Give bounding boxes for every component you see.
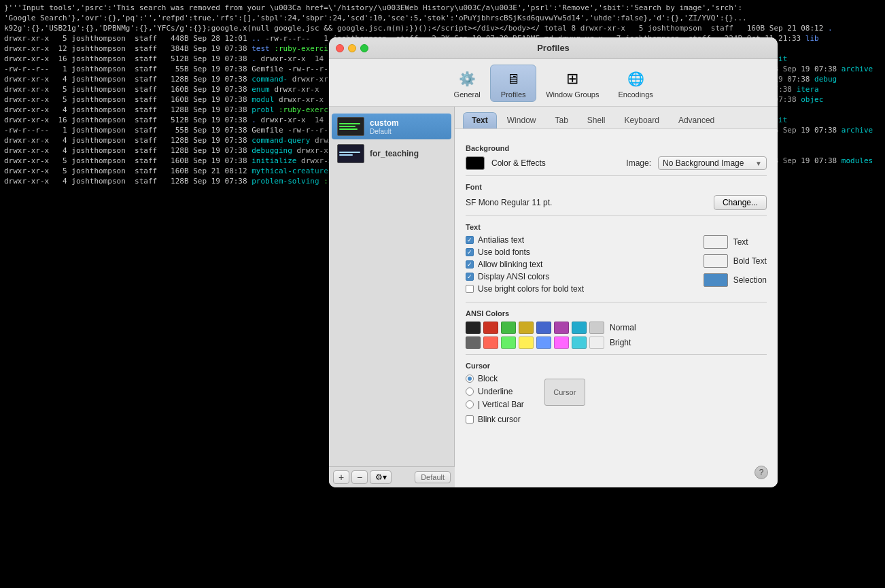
tab-text[interactable]: Text	[463, 112, 497, 128]
help-button[interactable]: ?	[754, 466, 768, 479]
text-options-row: ✓ Antialias text ✓ Use bold fonts ✓ Allo…	[466, 235, 767, 296]
close-button[interactable]	[336, 44, 344, 52]
profiles-modal: Profiles ⚙️ General 🖥 Profiles ⊞ Window …	[329, 37, 778, 487]
antialias-label: Antialias text	[478, 235, 524, 245]
set-default-button[interactable]: Default	[415, 471, 451, 483]
text-checkboxes: ✓ Antialias text ✓ Use bold fonts ✓ Allo…	[466, 235, 690, 296]
antialias-checkbox[interactable]: ✓	[466, 236, 474, 244]
bold-text-color-row: Bold Text	[704, 254, 767, 268]
background-image-value: No Background Image	[663, 158, 744, 168]
cursor-options: Block Underline | Vertical Bar	[466, 374, 767, 409]
profile-name-teaching: for_teaching	[370, 149, 419, 158]
nav-item-window-groups[interactable]: ⊞ Window Groups	[536, 65, 608, 101]
cursor-radio-group: Block Underline | Vertical Bar	[466, 374, 524, 409]
ansi-normal-4[interactable]	[536, 322, 551, 334]
text-colors: Text Bold Text Selection	[704, 235, 767, 296]
cursor-underline-radio[interactable]	[466, 387, 474, 396]
cursor-preview-label: Cursor	[553, 388, 576, 396]
profile-item-custom[interactable]: custom Default	[332, 114, 451, 139]
checkbox-bright-row: Use bright colors for bold text	[466, 284, 690, 294]
selection-color-swatch[interactable]	[704, 273, 728, 287]
blink-label: Allow blinking text	[478, 260, 542, 269]
ansi-normal-3[interactable]	[519, 322, 534, 334]
cursor-underline-row: Underline	[466, 387, 524, 396]
selection-color-label: Selection	[733, 275, 767, 285]
background-image-dropdown[interactable]: No Background Image ▼	[658, 156, 767, 170]
remove-profile-button[interactable]: −	[351, 470, 368, 484]
nav-label-profiles: Profiles	[501, 90, 526, 99]
sidebar-toolbar: + − ⚙▾ Default	[329, 466, 455, 487]
cursor-block-radio[interactable]	[466, 375, 474, 383]
main-content: custom Default for_teaching + −	[329, 107, 778, 487]
ansi-bright-1[interactable]	[483, 336, 498, 349]
tab-tab[interactable]: Tab	[546, 112, 576, 128]
ansi-normal-6[interactable]	[572, 322, 587, 334]
ansi-checkbox[interactable]: ✓	[466, 273, 474, 281]
cursor-block-row: Block	[466, 374, 524, 383]
ansi-normal-row: Normal	[466, 322, 767, 334]
ansi-normal-7[interactable]	[589, 322, 604, 334]
bold-text-color-swatch[interactable]	[704, 254, 728, 268]
tab-window[interactable]: Window	[498, 112, 545, 128]
tab-keyboard[interactable]: Keyboard	[616, 112, 668, 128]
general-icon: ⚙️	[456, 68, 478, 90]
add-profile-button[interactable]: +	[333, 470, 349, 484]
ansi-bright-4[interactable]	[536, 336, 551, 349]
nav-label-encodings: Encodings	[618, 90, 653, 99]
blink-cursor-checkbox[interactable]	[466, 415, 474, 423]
background-color-swatch[interactable]	[466, 156, 485, 170]
bright-checkbox[interactable]	[466, 285, 474, 293]
nav-item-general[interactable]: ⚙️ General	[444, 65, 490, 101]
font-row: SF Mono Regular 11 pt. Change...	[466, 195, 767, 210]
text-color-swatch[interactable]	[704, 235, 728, 249]
bold-checkbox[interactable]: ✓	[466, 248, 474, 256]
bold-text-color-label: Bold Text	[733, 256, 767, 266]
tab-bar: Text Window Tab Shell Keyboard Advanced	[455, 107, 778, 129]
ansi-bright-7[interactable]	[589, 336, 604, 349]
nav-item-encodings[interactable]: 🌐 Encodings	[608, 65, 662, 101]
blink-checkbox[interactable]: ✓	[466, 260, 474, 269]
font-name-display: SF Mono Regular 11 pt.	[466, 198, 552, 207]
cursor-vertical-radio[interactable]	[466, 400, 474, 409]
profile-thumbnail-teaching	[337, 144, 364, 163]
cursor-vertical-label: | Vertical Bar	[478, 400, 524, 409]
checkbox-blink-row: ✓ Allow blinking text	[466, 260, 690, 269]
background-image-label: Image:	[626, 158, 651, 168]
profile-item-teaching[interactable]: for_teaching	[332, 141, 451, 167]
ansi-bright-label: Bright	[610, 338, 631, 347]
bold-label: Use bold fonts	[478, 247, 530, 257]
change-font-button[interactable]: Change...	[714, 195, 767, 210]
font-section-title: Font	[466, 183, 767, 191]
text-color-label: Text	[733, 237, 748, 247]
encodings-icon: 🌐	[625, 68, 646, 90]
profile-info-teaching: for_teaching	[370, 149, 419, 158]
ansi-bright-2[interactable]	[501, 336, 516, 349]
background-color-label: Color & Effects	[491, 158, 546, 168]
top-navigation: ⚙️ General 🖥 Profiles ⊞ Window Groups 🌐 …	[329, 59, 778, 107]
ansi-bright-5[interactable]	[554, 336, 569, 349]
nav-item-profiles[interactable]: 🖥 Profiles	[490, 65, 536, 102]
ansi-bright-3[interactable]	[519, 336, 534, 349]
title-bar: Profiles	[329, 37, 778, 59]
ansi-normal-1[interactable]	[483, 322, 498, 334]
tab-shell[interactable]: Shell	[578, 112, 614, 128]
cursor-section-title: Cursor	[466, 362, 767, 370]
text-color-row: Text	[704, 235, 767, 249]
background-section-title: Background	[466, 144, 767, 152]
cursor-vertical-row: | Vertical Bar	[466, 400, 524, 409]
panel-content: Background Color & Effects Image: No Bac…	[455, 129, 778, 435]
ansi-normal-label: Normal	[610, 323, 636, 332]
tab-advanced[interactable]: Advanced	[670, 112, 723, 128]
ansi-normal-0[interactable]	[466, 322, 481, 334]
maximize-button[interactable]	[360, 44, 368, 52]
ansi-normal-2[interactable]	[501, 322, 516, 334]
ansi-normal-5[interactable]	[554, 322, 569, 334]
ansi-bright-0[interactable]	[466, 336, 481, 349]
ansi-bright-row: Bright	[466, 336, 767, 349]
checkbox-bold-row: ✓ Use bold fonts	[466, 247, 690, 257]
profile-gear-button[interactable]: ⚙▾	[370, 470, 392, 484]
cursor-color-row: Cursor	[544, 375, 585, 409]
checkbox-antialias-row: ✓ Antialias text	[466, 235, 690, 245]
ansi-bright-6[interactable]	[572, 336, 587, 349]
minimize-button[interactable]	[348, 44, 356, 52]
